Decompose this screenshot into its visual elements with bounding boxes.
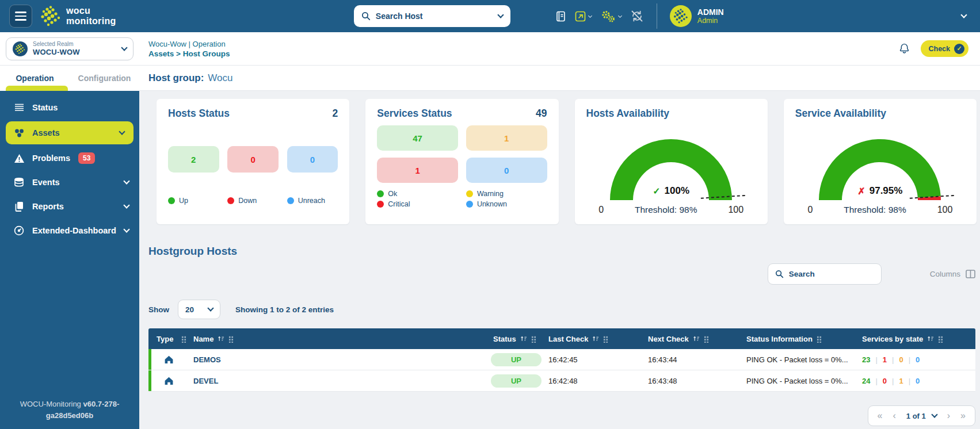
breadcrumb-context[interactable]: Wocu-Wow | Operation [148, 40, 230, 48]
last-page-button[interactable]: » [960, 411, 966, 420]
sidebar-item-label: Problems [32, 154, 70, 163]
previous-page-button[interactable]: ‹ [893, 411, 895, 420]
hosts-availability-gauge: ✓ 100% 0 Threshold: 98% 100 [596, 124, 746, 210]
user-menu[interactable]: ADMIN Admin [670, 5, 724, 27]
drag-handle-icon[interactable] [817, 335, 822, 343]
drag-handle-icon[interactable] [531, 335, 536, 343]
card-title: Hosts Availability [586, 108, 670, 120]
sidebar-item-assets[interactable]: Assets [6, 121, 134, 144]
chevron-down-icon [588, 13, 592, 17]
warning-triangle-icon [13, 154, 25, 163]
gauge-max: 100 [728, 205, 743, 215]
chevron-down-icon [123, 202, 129, 208]
column-header-status[interactable]: Status [489, 335, 544, 343]
first-page-button[interactable]: « [878, 411, 883, 420]
column-header-services-by-state[interactable]: Services by state [857, 335, 975, 343]
column-header-name[interactable]: Name [189, 335, 489, 343]
host-search-combobox[interactable] [354, 5, 510, 27]
next-check-time: 16:43:44 [643, 355, 742, 364]
sidebar-item-reports[interactable]: Reports [0, 194, 139, 219]
drag-handle-icon[interactable] [603, 335, 608, 343]
last-check-time: 16:42:45 [544, 355, 643, 364]
column-header-type[interactable]: Type [148, 335, 189, 343]
main-area: Wocu-Wow | Operation Assets > Host Group… [139, 32, 980, 429]
chevron-down-icon [123, 226, 129, 232]
last-check-time: 16:42:48 [544, 377, 643, 385]
breadcrumb-path[interactable]: Assets > Host Groups [148, 49, 230, 58]
cross-icon: ✗ [857, 186, 865, 197]
pager: « ‹ 1 of 1 › » [868, 405, 975, 426]
realm-icon [13, 41, 28, 56]
services-gears-menu[interactable] [600, 10, 621, 23]
drag-handle-icon[interactable] [181, 335, 186, 343]
chevron-down-icon [207, 305, 213, 311]
auto-refresh-disabled-icon[interactable] [630, 10, 644, 22]
drag-handle-icon[interactable] [938, 335, 943, 343]
host-name-link[interactable]: DEVEL [189, 377, 489, 385]
column-header-status-information[interactable]: Status Information [742, 335, 857, 343]
realm-label: Selected Realm [33, 41, 80, 48]
table-search-input[interactable] [789, 270, 874, 278]
gauge-threshold: Threshold: 98% [844, 205, 906, 215]
hosts-availability-card: Hosts Availability ✓ 100% 0 Threshold: 9… [575, 99, 768, 224]
documentation-book-icon[interactable] [555, 11, 566, 22]
sort-icon [218, 335, 224, 342]
check-status-button[interactable]: Check ✓ [921, 40, 968, 57]
host-home-icon[interactable] [164, 355, 174, 364]
up-dot-icon [168, 197, 175, 204]
legend-warning: Warning [466, 190, 547, 198]
hamburger-menu-button[interactable] [9, 5, 32, 28]
nav-divider [657, 3, 657, 29]
wocu-logo[interactable]: wocu monitoring [40, 6, 116, 26]
columns-toggle-button[interactable]: Columns [930, 270, 975, 278]
legend-unknown: Unknown [466, 200, 547, 208]
host-status-badge: UP [491, 374, 542, 388]
table-search-box[interactable] [768, 263, 882, 285]
showing-entries-text: Showing 1 to 2 of 2 entries [235, 305, 334, 314]
sidebar: Selected Realm wocu-wow Operation Config… [0, 32, 139, 429]
host-name-link[interactable]: DEMOS [189, 355, 489, 364]
gauge-min: 0 [807, 205, 813, 215]
tab-configuration[interactable]: Configuration [70, 66, 139, 91]
sidebar-item-label: Assets [32, 128, 60, 137]
next-page-button[interactable]: › [947, 411, 950, 420]
problems-count-badge: 53 [78, 152, 95, 164]
sort-icon [693, 335, 700, 342]
sidebar-item-events[interactable]: Events [0, 170, 139, 194]
column-header-last-check[interactable]: Last Check [544, 335, 643, 343]
sidebar-item-label: Reports [32, 202, 64, 211]
hosts-status-card: Hosts Status 2 2 0 0 Up Down Unreach [157, 99, 349, 224]
user-menu-chevron-icon[interactable] [960, 12, 967, 18]
external-link-menu[interactable] [575, 11, 592, 22]
sidebar-item-problems[interactable]: Problems 53 [0, 146, 139, 170]
legend-down: Down [227, 197, 279, 205]
sidebar-item-extended-dashboard[interactable]: Extended-Dashboard [0, 219, 139, 243]
documents-icon [13, 201, 25, 212]
status-information: PING OK - Packet loss = 0%... [742, 355, 857, 364]
legend-up: Up [168, 197, 219, 205]
realm-selector[interactable]: Selected Realm wocu-wow [6, 37, 134, 60]
column-header-next-check[interactable]: Next Check [643, 335, 742, 343]
sidebar-item-status[interactable]: Status [0, 95, 139, 120]
card-title: Services Status [377, 108, 452, 120]
chevron-down-icon[interactable] [497, 12, 504, 18]
host-search-input[interactable] [376, 12, 493, 21]
notifications-bell-icon[interactable] [898, 43, 910, 55]
chevron-down-icon [931, 411, 937, 417]
services-critical-count: 1 [377, 158, 458, 183]
drag-handle-icon[interactable] [228, 335, 234, 343]
gauge-dashboard-icon [13, 225, 25, 236]
services-by-state: 23|1|0|0 [862, 355, 920, 364]
assets-cluster-icon [13, 128, 25, 138]
host-home-icon[interactable] [164, 376, 174, 385]
page-size-select[interactable]: 20 [178, 300, 220, 319]
external-link-icon [575, 11, 586, 22]
host-status-badge: UP [491, 353, 542, 366]
table-controls: Columns [148, 263, 977, 285]
page-select[interactable]: 1 of 1 [906, 412, 937, 420]
chevron-down-icon [618, 13, 622, 17]
logo-text-line2: monitoring [66, 16, 116, 26]
drag-handle-icon[interactable] [704, 335, 709, 343]
legend-ok: Ok [377, 190, 458, 198]
chevron-down-icon [119, 128, 125, 135]
